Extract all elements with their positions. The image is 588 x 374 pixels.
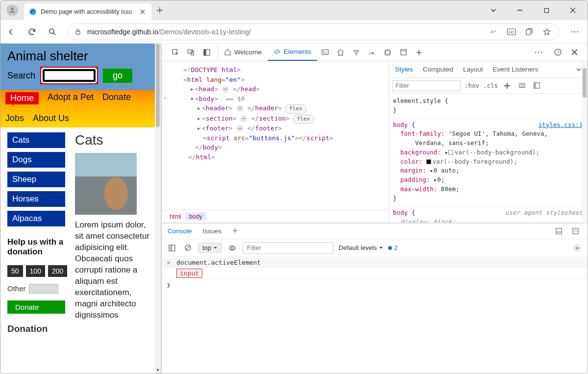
minimize-button[interactable] xyxy=(514,4,526,16)
hov-toggle[interactable]: :hov xyxy=(465,82,479,89)
console-sidebar-toggle-icon[interactable] xyxy=(167,244,177,252)
tab-network-icon[interactable] xyxy=(348,44,364,61)
edge-favicon xyxy=(29,8,37,16)
help-heading: Help us with a donation xyxy=(7,237,65,257)
styles-tabs: Styles Computed Layout Event Listeners xyxy=(389,61,588,78)
tab-elements[interactable]: Elements xyxy=(268,44,317,61)
donation-100[interactable]: 100 xyxy=(26,265,45,277)
tab-application-icon[interactable] xyxy=(395,44,411,61)
chevron-down-icon[interactable] xyxy=(488,4,499,16)
console-filter-input[interactable] xyxy=(243,242,334,254)
refresh-button[interactable] xyxy=(26,26,38,38)
nav-donate[interactable]: Donate xyxy=(102,92,131,104)
search-input[interactable] xyxy=(43,69,96,82)
tab-memory-icon[interactable] xyxy=(380,44,395,61)
svg-rect-13 xyxy=(322,50,328,55)
body-text: Lorem ipsum dolor, sit amet consectetur … xyxy=(75,220,154,321)
crumb-html[interactable]: html xyxy=(166,212,185,221)
styles-tab-layout[interactable]: Layout xyxy=(463,66,483,73)
profile-avatar[interactable] xyxy=(6,4,18,16)
chevron-down-icon[interactable] xyxy=(576,67,582,73)
console-prompt[interactable]: ❯ xyxy=(162,279,588,291)
search-go-button[interactable]: go xyxy=(103,69,132,83)
donation-50[interactable]: 50 xyxy=(7,265,23,277)
source-link[interactable]: styles.css:1 xyxy=(539,121,583,130)
context-selector[interactable]: top xyxy=(198,243,222,253)
dom-tree[interactable]: <!DOCTYPE html> <html lang="en"> ▸<head>… xyxy=(162,61,389,210)
svg-rect-21 xyxy=(519,84,525,88)
collections-icon[interactable] xyxy=(524,28,534,36)
other-input[interactable] xyxy=(29,284,58,294)
new-style-rule-icon[interactable] xyxy=(502,82,513,89)
nav-about[interactable]: About Us xyxy=(33,113,69,124)
sidebar-cats[interactable]: Cats xyxy=(7,132,65,148)
donation-section-heading: Donation xyxy=(7,324,65,334)
styles-filter-input[interactable] xyxy=(392,80,461,91)
search-button[interactable] xyxy=(47,26,58,38)
svg-point-16 xyxy=(356,54,357,55)
issues-badge[interactable]: 2 xyxy=(388,244,397,251)
help-icon[interactable]: ? xyxy=(552,48,563,56)
svg-rect-24 xyxy=(556,228,562,234)
device-emulation-icon[interactable] xyxy=(183,44,199,61)
devtools-scrollbar[interactable] xyxy=(582,61,588,223)
favorite-icon[interactable] xyxy=(542,28,552,36)
devtools-close-icon[interactable] xyxy=(569,49,580,55)
donate-button[interactable]: Donate xyxy=(7,300,65,314)
read-aloud-icon[interactable]: A⁾⁾ xyxy=(489,28,499,36)
inspect-element-icon[interactable] xyxy=(168,44,183,61)
nav-jobs[interactable]: Jobs xyxy=(5,113,24,124)
drawer-tab-issues[interactable]: Issues xyxy=(203,227,222,235)
address-bar[interactable]: microsoftedge.github.io/Demos/devtools-a… xyxy=(67,24,559,40)
tab-more-icon[interactable] xyxy=(411,44,427,61)
close-button[interactable] xyxy=(567,4,579,16)
cls-toggle[interactable]: .cls xyxy=(483,82,498,89)
tab-console-icon[interactable] xyxy=(317,44,333,61)
donation-200[interactable]: 200 xyxy=(48,265,67,277)
console-settings-icon[interactable] xyxy=(572,244,583,252)
dock-icon[interactable] xyxy=(199,44,215,61)
tab-welcome[interactable]: Welcome xyxy=(218,44,268,61)
grid-overlay-icon[interactable] xyxy=(531,82,542,89)
flex-overlay-icon[interactable] xyxy=(516,82,527,89)
nav-home[interactable]: Home xyxy=(5,92,39,104)
page-scrollbar[interactable]: ▲▼ xyxy=(155,44,161,374)
svg-point-14 xyxy=(340,51,340,52)
console-body[interactable]: ✕ document.activeElement input ❯ xyxy=(162,257,588,374)
svg-text:HD: HD xyxy=(509,30,514,34)
crumb-body[interactable]: body xyxy=(185,212,206,221)
svg-rect-12 xyxy=(204,50,206,55)
maximize-button[interactable] xyxy=(540,4,552,16)
sidebar-sheep[interactable]: Sheep xyxy=(7,172,65,187)
tab-close-icon[interactable] xyxy=(139,8,147,16)
new-tab-button[interactable] xyxy=(151,2,168,19)
tab-performance-icon[interactable] xyxy=(364,44,380,61)
dom-panel: <!DOCTYPE html> <html lang="en"> ▸<head>… xyxy=(162,61,389,223)
devtools-more[interactable]: ··· xyxy=(532,49,546,56)
styles-tab-computed[interactable]: Computed xyxy=(423,66,453,73)
expand-drawer-icon[interactable] xyxy=(555,227,565,235)
log-levels-selector[interactable]: Default levels xyxy=(339,244,383,251)
styles-body[interactable]: element.style { } styles.css:1 body { fo… xyxy=(389,94,588,223)
svg-rect-7 xyxy=(526,29,531,35)
hd-icon[interactable]: HD xyxy=(507,28,516,36)
sidebar-alpacas[interactable]: Alpacas xyxy=(7,211,65,226)
cat-image xyxy=(75,153,137,215)
dismiss-icon[interactable]: ✕ xyxy=(167,259,172,266)
browser-tab[interactable]: Demo page with accessibility issu xyxy=(24,3,151,20)
more-menu[interactable]: ··· xyxy=(568,28,583,36)
styles-tab-styles[interactable]: Styles xyxy=(395,66,413,73)
url-text: microsoftedge.github.io/Demos/devtools-a… xyxy=(87,28,483,36)
styles-tab-events[interactable]: Event Listeners xyxy=(493,66,539,73)
collapse-drawer-icon[interactable] xyxy=(572,227,582,235)
clear-console-icon[interactable] xyxy=(182,244,193,251)
drawer-tab-console[interactable]: Console xyxy=(168,227,192,235)
drawer-add-tab[interactable]: + xyxy=(233,226,238,236)
tab-sources-icon[interactable] xyxy=(333,44,348,61)
live-expression-icon[interactable] xyxy=(227,244,238,252)
back-button[interactable] xyxy=(5,26,17,38)
nav-adopt[interactable]: Adopt a Pet xyxy=(48,92,94,104)
svg-rect-3 xyxy=(76,31,80,34)
sidebar-horses[interactable]: Horses xyxy=(7,191,65,207)
sidebar-dogs[interactable]: Dogs xyxy=(7,152,65,168)
